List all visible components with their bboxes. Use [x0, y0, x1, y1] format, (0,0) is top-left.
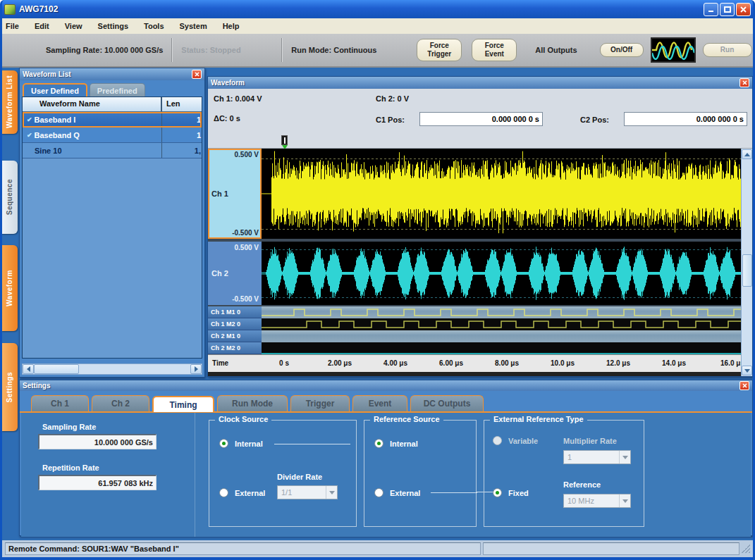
ch2-m2-label[interactable]: Ch 2 M2 0 — [208, 342, 262, 354]
menu-help[interactable]: Help — [223, 22, 240, 30]
waveform-table-header[interactable]: Waveform Name Len — [23, 97, 202, 112]
ch2-top-scale: 0.500 V — [235, 244, 259, 251]
c2-pos-input[interactable] — [624, 112, 747, 126]
cursor-flag-icon — [281, 135, 288, 145]
sidebar-item-sequence[interactable]: Sequence — [1, 161, 18, 234]
section-divider — [195, 413, 195, 537]
table-row[interactable]: ✔ Baseband Q 1 — [23, 127, 202, 143]
menu-view[interactable]: View — [65, 22, 82, 30]
menu-file[interactable]: File — [6, 22, 19, 30]
ch2-m1-plot[interactable] — [262, 330, 741, 342]
sampling-rate-input[interactable] — [38, 434, 156, 449]
right-arrow-icon — [195, 366, 198, 372]
menu-tools[interactable]: Tools — [144, 22, 164, 30]
sidebar-item-waveform-list[interactable]: Waveform List — [1, 70, 18, 134]
fixed-label: Fixed — [508, 489, 529, 497]
scrollbar-thumb[interactable] — [742, 254, 752, 287]
waveform-plot-region: 0.500 V Ch 1 -0.500 V 0.500 V Ch — [208, 149, 741, 376]
reference-dropdown[interactable]: 10 MHz — [563, 494, 631, 508]
tab-dc-outputs[interactable]: DC Outputs — [410, 395, 484, 411]
waveform-panel-close-button[interactable] — [739, 78, 749, 87]
sidebar-item-waveform[interactable]: Waveform — [1, 245, 18, 331]
menu-edit[interactable]: Edit — [35, 22, 49, 30]
tab-user-defined[interactable]: User Defined — [23, 83, 87, 97]
ch1-top-scale: 0.500 V — [235, 151, 259, 158]
scroll-down-button[interactable] — [742, 366, 752, 375]
ch2-label-box[interactable]: 0.500 V Ch 2 -0.500 V — [208, 242, 262, 305]
tab-ch2[interactable]: Ch 2 — [92, 395, 149, 411]
tab-predefined[interactable]: Predefined — [90, 83, 145, 97]
resize-grip[interactable] — [742, 545, 750, 553]
variable-radio[interactable] — [493, 436, 502, 445]
settings-close-button[interactable] — [739, 381, 749, 390]
close-icon — [742, 80, 747, 85]
ch2-waveform-trace[interactable] — [262, 242, 741, 305]
external-reference-type-legend: External Reference Type — [490, 415, 587, 423]
waveform-list-tabs: User Defined Predefined — [20, 80, 204, 97]
sampling-rate-label: Sampling Rate — [42, 423, 96, 431]
dropdown-button[interactable] — [326, 486, 337, 499]
time-tick: 8.00 μs — [495, 359, 519, 367]
clock-internal-radio[interactable] — [219, 439, 228, 448]
close-button[interactable] — [736, 3, 751, 16]
table-row[interactable]: ✔ Baseband I 1 — [23, 112, 202, 127]
ch2-m1-label[interactable]: Ch 2 M1 0 — [208, 330, 262, 342]
scroll-left-button[interactable] — [23, 364, 34, 374]
title-bar[interactable]: AWG7102 — [0, 0, 755, 18]
fixed-radio[interactable] — [493, 488, 502, 497]
ch2-m2-plot[interactable] — [262, 342, 741, 354]
scroll-up-button[interactable] — [742, 149, 752, 159]
ch1-label-box[interactable]: 0.500 V Ch 1 -0.500 V — [208, 149, 262, 239]
clock-external-radio[interactable] — [219, 488, 228, 497]
ch1-waveform-trace[interactable] — [262, 149, 741, 239]
ch1-m1-plot[interactable] — [262, 306, 741, 318]
status-bar-spacer — [483, 542, 739, 555]
down-arrow-icon — [744, 369, 750, 373]
reference-external-radio[interactable] — [374, 488, 383, 497]
sidebar-item-settings[interactable]: Settings — [1, 343, 18, 431]
menu-settings[interactable]: Settings — [98, 22, 128, 30]
tab-ch1[interactable]: Ch 1 — [31, 395, 89, 411]
check-icon: ✔ — [27, 132, 32, 139]
ch1-m2-label[interactable]: Ch 1 M2 0 — [208, 318, 262, 330]
divider-rate-dropdown[interactable]: 1/1 — [277, 485, 338, 499]
column-header-length[interactable]: Len — [162, 97, 202, 111]
cursor-handle[interactable] — [281, 135, 288, 149]
multiplier-rate-dropdown[interactable]: 1 — [563, 450, 631, 464]
scroll-right-button[interactable] — [190, 364, 202, 374]
vertical-scrollbar[interactable] — [741, 149, 752, 376]
scrollbar-thumb[interactable] — [34, 364, 79, 374]
tab-timing[interactable]: Timing — [152, 396, 214, 412]
force-event-button[interactable]: Force Event — [472, 39, 517, 61]
ch1-m1-label[interactable]: Ch 1 M1 0 — [208, 306, 262, 318]
ch2-plot[interactable] — [262, 242, 741, 305]
dropdown-button[interactable] — [619, 494, 630, 507]
settings-timing-page: Sampling Rate Repetition Rate Clock Sour… — [21, 413, 751, 537]
menu-system[interactable]: System — [180, 22, 207, 30]
reference-internal-radio[interactable] — [374, 439, 383, 448]
ch1-m2-plot[interactable] — [262, 318, 741, 330]
c1-pos-input[interactable] — [419, 112, 543, 126]
settings-titlebar[interactable]: Settings — [20, 380, 752, 391]
dropdown-button[interactable] — [619, 451, 630, 463]
waveform-list-close-button[interactable] — [192, 70, 202, 79]
column-header-waveform-name[interactable]: Waveform Name — [23, 97, 162, 111]
tab-run-mode[interactable]: Run Mode — [217, 395, 288, 411]
waveform-panel-titlebar[interactable]: Waveform — [208, 77, 752, 89]
tab-event[interactable]: Event — [352, 395, 407, 411]
repetition-rate-input[interactable] — [38, 475, 156, 490]
ch1-plot[interactable] — [262, 149, 741, 239]
remote-command-readout: Remote Command: SOUR1:WAV "Baseband I" — [5, 542, 481, 555]
force-trigger-button[interactable]: Force Trigger — [417, 39, 462, 61]
clock-source-legend: Clock Source — [215, 415, 271, 423]
time-axis: Time 0 s 2.00 μs 4.00 μs 6.00 μs 8.00 μs… — [208, 354, 741, 372]
all-outputs-onoff-button[interactable]: On/Off — [600, 43, 644, 57]
ch2-name: Ch 2 — [211, 269, 228, 278]
run-button[interactable]: Run — [703, 43, 752, 57]
table-row[interactable]: Sine 10 1, — [23, 143, 202, 158]
horizontal-scrollbar[interactable] — [22, 363, 202, 375]
tab-trigger[interactable]: Trigger — [290, 395, 350, 411]
maximize-button[interactable] — [720, 3, 735, 16]
waveform-list-titlebar[interactable]: Waveform List — [20, 68, 204, 80]
minimize-button[interactable] — [704, 3, 718, 16]
